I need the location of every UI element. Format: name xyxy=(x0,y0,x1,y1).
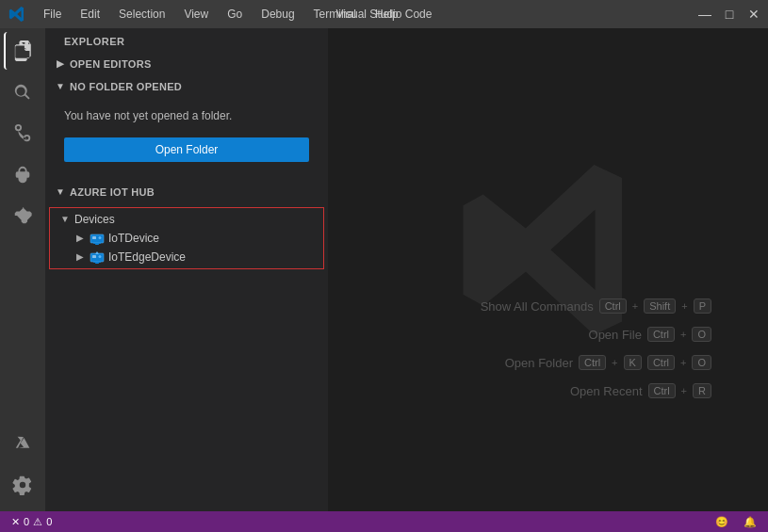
vscode-logo-icon xyxy=(8,5,26,24)
menu-file[interactable]: File xyxy=(34,4,71,24)
svg-rect-1 xyxy=(92,236,96,239)
kbd-ctrl2: Ctrl xyxy=(647,327,675,342)
activity-item-settings[interactable] xyxy=(4,466,41,504)
open-editors-section[interactable]: ▶ Open Editors xyxy=(45,53,328,75)
titlebar: File Edit Selection View Go Debug Termin… xyxy=(0,0,768,28)
notification-button[interactable]: 🔔 xyxy=(740,516,760,528)
menu-selection[interactable]: Selection xyxy=(109,4,174,24)
devices-children: ▶ IoTDevice ▶ xyxy=(50,229,323,266)
open-editors-chevron: ▶ xyxy=(53,56,68,72)
iotdevice-chevron: ▶ xyxy=(73,231,88,246)
iotedge-device-item[interactable]: ▶ IoTEdgeDevice xyxy=(65,248,323,266)
warnings-count: 0 xyxy=(46,516,52,527)
bell-icon: 🔔 xyxy=(743,516,757,528)
no-folder-chevron: ▼ xyxy=(53,79,68,94)
activity-bar xyxy=(0,28,45,511)
activity-item-azure[interactable] xyxy=(4,425,41,462)
explorer-icon xyxy=(13,40,34,61)
open-editors-label: Open Editors xyxy=(70,58,152,70)
statusbar: ✕ 0 ⚠ 0 😊 🔔 xyxy=(0,511,768,532)
smiley-button[interactable]: 😊 xyxy=(711,516,732,528)
svg-rect-6 xyxy=(92,255,96,258)
iotedge-icon xyxy=(90,250,105,265)
iotedge-name: IoTEdgeDevice xyxy=(108,250,186,264)
editor-area: Show All Commands Ctrl + Shift + P Open … xyxy=(328,28,768,511)
kbd-o: O xyxy=(692,327,711,342)
iotdevice-icon xyxy=(90,231,105,246)
kbd-o2: O xyxy=(692,355,711,370)
iotdevice-name: IoTDevice xyxy=(108,232,159,245)
shortcut-label: Show All Commands xyxy=(481,299,594,314)
smiley-icon: 😊 xyxy=(715,516,728,528)
devices-chevron: ▼ xyxy=(57,212,73,227)
close-button[interactable]: ✕ xyxy=(747,8,760,21)
main-content: Explorer ▶ Open Editors ▼ No Folder Open… xyxy=(0,28,768,511)
kbd-shift: Shift xyxy=(644,298,676,314)
menu-edit[interactable]: Edit xyxy=(71,4,109,24)
azure-icon xyxy=(12,433,33,454)
activity-item-debug[interactable] xyxy=(4,156,41,194)
sidebar: Explorer ▶ Open Editors ▼ No Folder Open… xyxy=(45,28,328,511)
divider xyxy=(45,173,328,181)
iotedge-chevron: ▶ xyxy=(73,250,88,265)
activity-item-scm[interactable] xyxy=(4,115,41,153)
devices-label: Devices xyxy=(74,213,115,226)
open-folder-button[interactable]: Open Folder xyxy=(64,137,309,162)
kbd-ctrl4: Ctrl xyxy=(647,355,675,370)
errors-count: 0 xyxy=(24,516,29,527)
activity-item-search[interactable] xyxy=(4,73,41,111)
explorer-header: Explorer xyxy=(45,28,328,53)
no-folder-section[interactable]: ▼ No Folder Opened xyxy=(45,75,328,98)
statusbar-left: ✕ 0 ⚠ 0 xyxy=(8,516,56,528)
shortcut-open-folder: Open Folder Ctrl + K Ctrl + O xyxy=(481,355,711,370)
svg-rect-8 xyxy=(93,262,101,263)
activity-bar-bottom xyxy=(4,425,41,511)
azure-iot-chevron: ▼ xyxy=(53,185,68,200)
kbd-p: P xyxy=(694,298,711,314)
kbd-ctrl: Ctrl xyxy=(599,298,627,314)
shortcut-show-all-commands: Show All Commands Ctrl + Shift + P xyxy=(481,298,711,314)
error-icon: ✕ xyxy=(11,516,20,528)
errors-status[interactable]: ✕ 0 ⚠ 0 xyxy=(8,516,56,528)
window-title: Visual Studio Code xyxy=(336,8,433,21)
svg-point-7 xyxy=(99,255,102,258)
svg-marker-10 xyxy=(95,251,99,254)
azure-iot-label: Azure IoT Hub xyxy=(70,186,155,198)
kbd-k: K xyxy=(624,355,642,370)
svg-rect-4 xyxy=(95,244,99,245)
search-icon xyxy=(12,82,33,103)
shortcut-label: Open File xyxy=(557,328,642,342)
kbd-r: R xyxy=(693,383,711,398)
shortcut-open-file: Open File Ctrl + O xyxy=(481,327,711,342)
shortcut-label: Open Folder xyxy=(488,356,573,370)
shortcuts-container: Show All Commands Ctrl + Shift + P Open … xyxy=(481,298,711,398)
devices-tree-item[interactable]: ▼ Devices xyxy=(50,210,323,229)
svg-point-2 xyxy=(99,236,102,239)
source-control-icon xyxy=(12,123,33,144)
window-controls: — □ ✕ xyxy=(698,8,760,21)
menu-go[interactable]: Go xyxy=(218,4,252,24)
statusbar-right: 😊 🔔 xyxy=(711,516,760,528)
menu-debug[interactable]: Debug xyxy=(252,4,303,24)
kbd-ctrl5: Ctrl xyxy=(648,383,676,398)
shortcut-label: Open Recent xyxy=(558,384,643,398)
debug-icon xyxy=(12,165,33,185)
maximize-button[interactable]: □ xyxy=(723,8,736,21)
settings-icon xyxy=(12,475,33,495)
azure-iot-devices-panel: ▼ Devices ▶ IoTDe xyxy=(49,207,324,269)
no-folder-label: No Folder Opened xyxy=(70,81,182,92)
minimize-button[interactable]: — xyxy=(698,8,711,21)
svg-rect-3 xyxy=(93,243,101,244)
menu-view[interactable]: View xyxy=(174,4,218,24)
warning-icon: ⚠ xyxy=(33,516,42,528)
kbd-ctrl3: Ctrl xyxy=(579,355,606,370)
activity-item-explorer[interactable] xyxy=(4,32,41,70)
shortcut-open-recent: Open Recent Ctrl + R xyxy=(481,383,711,398)
activity-item-extensions[interactable] xyxy=(4,198,41,235)
iot-device-item[interactable]: ▶ IoTDevice xyxy=(65,229,323,248)
azure-iot-section[interactable]: ▼ Azure IoT Hub xyxy=(45,181,328,203)
svg-rect-9 xyxy=(95,263,99,264)
no-folder-message: You have not yet opened a folder. xyxy=(45,98,328,134)
extensions-icon xyxy=(12,206,33,227)
